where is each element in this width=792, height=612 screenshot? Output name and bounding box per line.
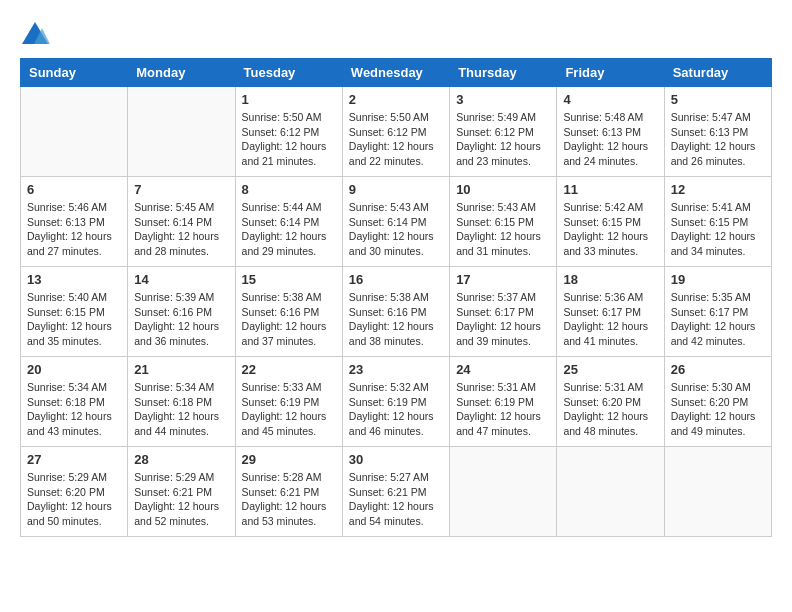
day-info: Sunrise: 5:44 AM Sunset: 6:14 PM Dayligh… xyxy=(242,200,336,259)
week-row-5: 27Sunrise: 5:29 AM Sunset: 6:20 PM Dayli… xyxy=(21,447,772,537)
day-info: Sunrise: 5:47 AM Sunset: 6:13 PM Dayligh… xyxy=(671,110,765,169)
day-info: Sunrise: 5:50 AM Sunset: 6:12 PM Dayligh… xyxy=(349,110,443,169)
day-info: Sunrise: 5:35 AM Sunset: 6:17 PM Dayligh… xyxy=(671,290,765,349)
day-number: 2 xyxy=(349,92,443,107)
day-info: Sunrise: 5:34 AM Sunset: 6:18 PM Dayligh… xyxy=(134,380,228,439)
day-info: Sunrise: 5:46 AM Sunset: 6:13 PM Dayligh… xyxy=(27,200,121,259)
calendar-cell: 11Sunrise: 5:42 AM Sunset: 6:15 PM Dayli… xyxy=(557,177,664,267)
week-row-1: 1Sunrise: 5:50 AM Sunset: 6:12 PM Daylig… xyxy=(21,87,772,177)
day-info: Sunrise: 5:31 AM Sunset: 6:20 PM Dayligh… xyxy=(563,380,657,439)
calendar-cell: 2Sunrise: 5:50 AM Sunset: 6:12 PM Daylig… xyxy=(342,87,449,177)
day-info: Sunrise: 5:48 AM Sunset: 6:13 PM Dayligh… xyxy=(563,110,657,169)
calendar-cell: 16Sunrise: 5:38 AM Sunset: 6:16 PM Dayli… xyxy=(342,267,449,357)
day-number: 25 xyxy=(563,362,657,377)
calendar-cell: 9Sunrise: 5:43 AM Sunset: 6:14 PM Daylig… xyxy=(342,177,449,267)
calendar-cell: 24Sunrise: 5:31 AM Sunset: 6:19 PM Dayli… xyxy=(450,357,557,447)
calendar-cell: 30Sunrise: 5:27 AM Sunset: 6:21 PM Dayli… xyxy=(342,447,449,537)
day-number: 21 xyxy=(134,362,228,377)
day-number: 13 xyxy=(27,272,121,287)
day-info: Sunrise: 5:36 AM Sunset: 6:17 PM Dayligh… xyxy=(563,290,657,349)
calendar-cell xyxy=(557,447,664,537)
day-info: Sunrise: 5:43 AM Sunset: 6:14 PM Dayligh… xyxy=(349,200,443,259)
day-number: 12 xyxy=(671,182,765,197)
calendar-cell: 12Sunrise: 5:41 AM Sunset: 6:15 PM Dayli… xyxy=(664,177,771,267)
header-day-tuesday: Tuesday xyxy=(235,59,342,87)
week-row-2: 6Sunrise: 5:46 AM Sunset: 6:13 PM Daylig… xyxy=(21,177,772,267)
calendar-cell: 27Sunrise: 5:29 AM Sunset: 6:20 PM Dayli… xyxy=(21,447,128,537)
logo xyxy=(20,20,54,48)
day-number: 30 xyxy=(349,452,443,467)
header-day-friday: Friday xyxy=(557,59,664,87)
day-info: Sunrise: 5:43 AM Sunset: 6:15 PM Dayligh… xyxy=(456,200,550,259)
day-info: Sunrise: 5:41 AM Sunset: 6:15 PM Dayligh… xyxy=(671,200,765,259)
day-info: Sunrise: 5:27 AM Sunset: 6:21 PM Dayligh… xyxy=(349,470,443,529)
day-number: 3 xyxy=(456,92,550,107)
day-number: 8 xyxy=(242,182,336,197)
calendar-cell: 29Sunrise: 5:28 AM Sunset: 6:21 PM Dayli… xyxy=(235,447,342,537)
day-number: 5 xyxy=(671,92,765,107)
logo-icon xyxy=(20,20,50,48)
header-day-thursday: Thursday xyxy=(450,59,557,87)
day-number: 7 xyxy=(134,182,228,197)
day-info: Sunrise: 5:45 AM Sunset: 6:14 PM Dayligh… xyxy=(134,200,228,259)
calendar-cell: 5Sunrise: 5:47 AM Sunset: 6:13 PM Daylig… xyxy=(664,87,771,177)
calendar-cell: 18Sunrise: 5:36 AM Sunset: 6:17 PM Dayli… xyxy=(557,267,664,357)
day-info: Sunrise: 5:33 AM Sunset: 6:19 PM Dayligh… xyxy=(242,380,336,439)
day-info: Sunrise: 5:50 AM Sunset: 6:12 PM Dayligh… xyxy=(242,110,336,169)
day-number: 22 xyxy=(242,362,336,377)
header-day-saturday: Saturday xyxy=(664,59,771,87)
day-number: 9 xyxy=(349,182,443,197)
day-info: Sunrise: 5:40 AM Sunset: 6:15 PM Dayligh… xyxy=(27,290,121,349)
page-header xyxy=(20,20,772,48)
calendar-cell: 28Sunrise: 5:29 AM Sunset: 6:21 PM Dayli… xyxy=(128,447,235,537)
calendar-cell: 7Sunrise: 5:45 AM Sunset: 6:14 PM Daylig… xyxy=(128,177,235,267)
calendar-cell: 26Sunrise: 5:30 AM Sunset: 6:20 PM Dayli… xyxy=(664,357,771,447)
calendar-cell: 14Sunrise: 5:39 AM Sunset: 6:16 PM Dayli… xyxy=(128,267,235,357)
day-info: Sunrise: 5:37 AM Sunset: 6:17 PM Dayligh… xyxy=(456,290,550,349)
calendar-cell xyxy=(21,87,128,177)
day-number: 15 xyxy=(242,272,336,287)
day-info: Sunrise: 5:28 AM Sunset: 6:21 PM Dayligh… xyxy=(242,470,336,529)
day-number: 10 xyxy=(456,182,550,197)
day-info: Sunrise: 5:38 AM Sunset: 6:16 PM Dayligh… xyxy=(242,290,336,349)
calendar-cell: 22Sunrise: 5:33 AM Sunset: 6:19 PM Dayli… xyxy=(235,357,342,447)
calendar-cell: 15Sunrise: 5:38 AM Sunset: 6:16 PM Dayli… xyxy=(235,267,342,357)
day-info: Sunrise: 5:29 AM Sunset: 6:20 PM Dayligh… xyxy=(27,470,121,529)
day-info: Sunrise: 5:30 AM Sunset: 6:20 PM Dayligh… xyxy=(671,380,765,439)
day-number: 20 xyxy=(27,362,121,377)
week-row-3: 13Sunrise: 5:40 AM Sunset: 6:15 PM Dayli… xyxy=(21,267,772,357)
calendar-cell: 20Sunrise: 5:34 AM Sunset: 6:18 PM Dayli… xyxy=(21,357,128,447)
day-info: Sunrise: 5:31 AM Sunset: 6:19 PM Dayligh… xyxy=(456,380,550,439)
calendar-table: SundayMondayTuesdayWednesdayThursdayFrid… xyxy=(20,58,772,537)
calendar-cell: 6Sunrise: 5:46 AM Sunset: 6:13 PM Daylig… xyxy=(21,177,128,267)
day-number: 23 xyxy=(349,362,443,377)
day-info: Sunrise: 5:34 AM Sunset: 6:18 PM Dayligh… xyxy=(27,380,121,439)
calendar-cell: 21Sunrise: 5:34 AM Sunset: 6:18 PM Dayli… xyxy=(128,357,235,447)
header-day-monday: Monday xyxy=(128,59,235,87)
calendar-cell xyxy=(128,87,235,177)
day-number: 11 xyxy=(563,182,657,197)
day-number: 27 xyxy=(27,452,121,467)
day-number: 6 xyxy=(27,182,121,197)
day-info: Sunrise: 5:39 AM Sunset: 6:16 PM Dayligh… xyxy=(134,290,228,349)
calendar-cell: 19Sunrise: 5:35 AM Sunset: 6:17 PM Dayli… xyxy=(664,267,771,357)
day-number: 24 xyxy=(456,362,550,377)
calendar-cell: 4Sunrise: 5:48 AM Sunset: 6:13 PM Daylig… xyxy=(557,87,664,177)
calendar-cell xyxy=(450,447,557,537)
day-info: Sunrise: 5:42 AM Sunset: 6:15 PM Dayligh… xyxy=(563,200,657,259)
day-number: 19 xyxy=(671,272,765,287)
calendar-cell: 10Sunrise: 5:43 AM Sunset: 6:15 PM Dayli… xyxy=(450,177,557,267)
calendar-cell: 3Sunrise: 5:49 AM Sunset: 6:12 PM Daylig… xyxy=(450,87,557,177)
day-info: Sunrise: 5:32 AM Sunset: 6:19 PM Dayligh… xyxy=(349,380,443,439)
calendar-cell: 8Sunrise: 5:44 AM Sunset: 6:14 PM Daylig… xyxy=(235,177,342,267)
day-info: Sunrise: 5:49 AM Sunset: 6:12 PM Dayligh… xyxy=(456,110,550,169)
day-number: 26 xyxy=(671,362,765,377)
day-number: 1 xyxy=(242,92,336,107)
calendar-cell: 23Sunrise: 5:32 AM Sunset: 6:19 PM Dayli… xyxy=(342,357,449,447)
header-day-wednesday: Wednesday xyxy=(342,59,449,87)
header-day-sunday: Sunday xyxy=(21,59,128,87)
day-number: 17 xyxy=(456,272,550,287)
day-number: 28 xyxy=(134,452,228,467)
header-row: SundayMondayTuesdayWednesdayThursdayFrid… xyxy=(21,59,772,87)
day-info: Sunrise: 5:38 AM Sunset: 6:16 PM Dayligh… xyxy=(349,290,443,349)
